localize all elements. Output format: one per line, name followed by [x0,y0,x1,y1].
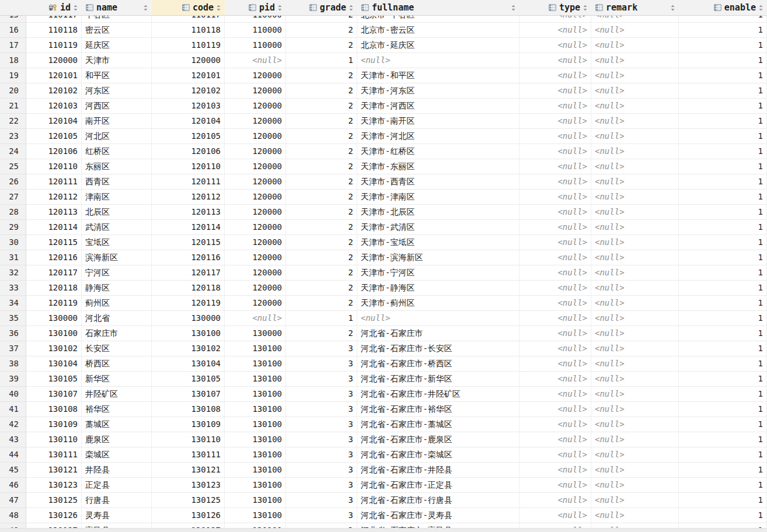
table-row[interactable]: 23120105河北区1201051200002天津市-河北区<null><nu… [0,129,767,144]
row-number[interactable]: 38 [0,356,26,372]
cell-id[interactable]: 110118 [26,23,82,38]
cell-name[interactable]: 滨海新区 [82,250,152,265]
cell-grade[interactable]: 2 [286,174,357,190]
cell-enable[interactable]: 1 [679,478,767,493]
cell-id[interactable]: 110117 [26,16,82,23]
cell-name[interactable]: 河北区 [82,129,152,144]
sort-icon[interactable] [278,5,282,11]
cell-enable[interactable]: 1 [679,190,767,205]
cell-remark[interactable]: <null> [591,326,679,341]
cell-pid[interactable]: 120000 [225,83,286,99]
cell-grade[interactable]: 2 [286,265,357,281]
cell-enable[interactable]: 1 [679,311,767,326]
row-number[interactable]: 39 [0,372,26,387]
cell-remark[interactable]: <null> [591,417,679,432]
cell-id[interactable]: 120114 [26,220,82,235]
cell-enable[interactable]: 1 [679,83,767,99]
cell-enable[interactable]: 1 [679,205,767,220]
row-number[interactable]: 30 [0,235,26,250]
cell-code[interactable]: 120119 [152,296,225,311]
table-row[interactable]: 31120116滨海新区1201161200002天津市-滨海新区<null><… [0,250,767,265]
sort-icon[interactable] [583,5,587,11]
column-header-enable[interactable]: enable [679,0,767,15]
cell-type[interactable]: <null> [520,341,591,356]
table-row[interactable]: 34120119蓟州区1201191200002天津市-蓟州区<null><nu… [0,296,767,311]
cell-enable[interactable]: 1 [679,463,767,478]
row-number[interactable]: 43 [0,432,26,447]
cell-remark[interactable]: <null> [591,38,679,53]
cell-code[interactable]: 120000 [152,53,225,68]
cell-remark[interactable]: <null> [591,463,679,478]
cell-grade[interactable]: 3 [286,387,357,402]
cell-name[interactable]: 和平区 [82,68,152,83]
cell-id[interactable]: 130108 [26,402,82,417]
cell-code[interactable]: 120102 [152,83,225,99]
cell-enable[interactable]: 1 [679,508,767,523]
cell-id[interactable]: 120106 [26,144,82,159]
cell-name[interactable]: 武清区 [82,220,152,235]
cell-id[interactable]: 120101 [26,68,82,83]
cell-pid[interactable]: 130100 [225,478,286,493]
cell-code[interactable]: 120114 [152,220,225,235]
cell-id[interactable]: 120119 [26,296,82,311]
cell-grade[interactable]: 2 [286,83,357,99]
cell-enable[interactable]: 1 [679,296,767,311]
cell-fullname[interactable]: 天津市-和平区 [357,68,520,83]
cell-enable[interactable]: 1 [679,99,767,114]
cell-fullname[interactable]: 河北省-石家庄市-栾城区 [357,447,520,463]
cell-id[interactable]: 130126 [26,508,82,523]
row-number[interactable]: 40 [0,387,26,402]
cell-fullname[interactable]: 天津市-宝坻区 [357,235,520,250]
cell-pid[interactable]: 120000 [225,68,286,83]
cell-grade[interactable]: 3 [286,417,357,432]
table-row[interactable]: 38130104桥西区1301041301003河北省-石家庄市-桥西区<nul… [0,356,767,372]
cell-remark[interactable]: <null> [591,114,679,129]
cell-code[interactable]: 130125 [152,493,225,508]
row-number[interactable]: 33 [0,281,26,296]
cell-id[interactable]: 130105 [26,372,82,387]
cell-type[interactable]: <null> [520,265,591,281]
cell-grade[interactable]: 2 [286,296,357,311]
cell-type[interactable]: <null> [520,144,591,159]
cell-code[interactable]: 120105 [152,129,225,144]
cell-type[interactable]: <null> [520,311,591,326]
cell-fullname[interactable]: 天津市-武清区 [357,220,520,235]
cell-grade[interactable]: 3 [286,341,357,356]
cell-enable[interactable]: 1 [679,129,767,144]
cell-pid[interactable]: 130100 [225,493,286,508]
cell-code[interactable]: 130105 [152,372,225,387]
cell-grade[interactable]: 3 [286,493,357,508]
cell-code[interactable]: 130121 [152,463,225,478]
cell-enable[interactable]: 1 [679,250,767,265]
cell-type[interactable]: <null> [520,174,591,190]
sort-icon[interactable] [511,5,515,11]
cell-id[interactable]: 130104 [26,356,82,372]
cell-remark[interactable]: <null> [591,220,679,235]
row-number[interactable]: 29 [0,220,26,235]
cell-type[interactable]: <null> [520,372,591,387]
cell-id[interactable]: 130111 [26,447,82,463]
column-header-fullname[interactable]: fullname [357,0,520,15]
table-row[interactable]: 17110119延庆区1101191100002北京市-延庆区<null><nu… [0,38,767,53]
cell-remark[interactable]: <null> [591,387,679,402]
column-header-remark[interactable]: remark [591,0,679,15]
sort-icon[interactable] [144,5,148,11]
row-number[interactable]: 47 [0,493,26,508]
table-row[interactable]: 36130100石家庄市1301001300002河北省-石家庄市<null><… [0,326,767,341]
cell-pid[interactable]: 120000 [225,129,286,144]
column-header-id[interactable]: id [26,0,82,15]
cell-type[interactable]: <null> [520,220,591,235]
cell-pid[interactable]: 130000 [225,326,286,341]
cell-type[interactable]: <null> [520,356,591,372]
cell-code[interactable]: 110118 [152,23,225,38]
table-row[interactable]: 47130125行唐县1301251301003河北省-石家庄市-行唐县<nul… [0,493,767,508]
cell-code[interactable]: 130000 [152,311,225,326]
table-row[interactable]: 41130108裕华区1301081301003河北省-石家庄市-裕华区<nul… [0,402,767,417]
table-row[interactable]: 32120117宁河区1201171200002天津市-宁河区<null><nu… [0,265,767,281]
table-row[interactable]: 43130110鹿泉区1301101301003河北省-石家庄市-鹿泉区<nul… [0,432,767,447]
cell-code[interactable]: 120106 [152,144,225,159]
cell-fullname[interactable]: 河北省-石家庄市-灵寿县 [357,508,520,523]
cell-remark[interactable]: <null> [591,99,679,114]
row-number[interactable]: 21 [0,99,26,114]
table-row[interactable]: 48130126灵寿县1301261301003河北省-石家庄市-灵寿县<nul… [0,508,767,523]
